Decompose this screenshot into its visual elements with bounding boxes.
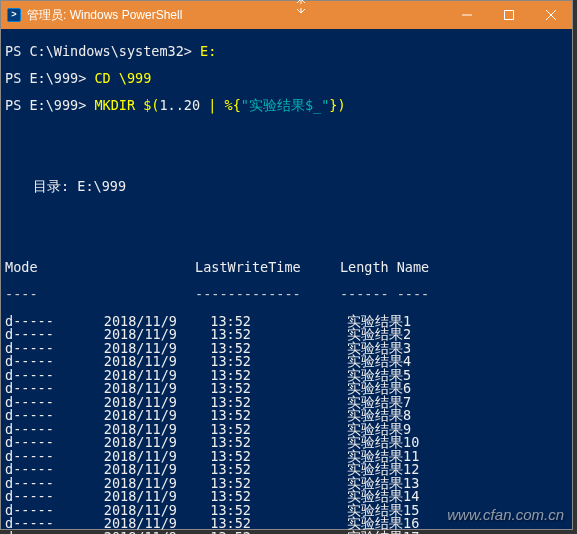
pipe: |	[208, 97, 224, 113]
expr-open: $(	[143, 97, 159, 113]
table-row: d-----2018/11/913:52实验结果4	[5, 355, 568, 369]
cell-length	[251, 477, 347, 491]
watermark: www.cfan.com.cn	[447, 506, 564, 523]
sep: ------	[301, 288, 397, 302]
string-arg: "实验结果$_"	[241, 97, 330, 113]
blank-line	[5, 153, 568, 167]
table-row: d-----2018/11/913:52实验结果12	[5, 463, 568, 477]
svg-rect-1	[505, 11, 514, 20]
command: E:	[192, 43, 216, 59]
titlebar[interactable]: > 管理员: Windows PowerShell	[1, 1, 572, 29]
table-row: d-----2018/11/913:52实验结果1	[5, 315, 568, 329]
cell-length	[251, 369, 347, 383]
prompt: PS C:\Windows\system32>	[5, 43, 192, 59]
command-arg: \999	[119, 70, 152, 86]
table-row: d-----2018/11/913:52实验结果2	[5, 328, 568, 342]
col-name-header: Name	[397, 261, 568, 275]
table-separator: ---------------------------	[5, 288, 568, 302]
cell-length	[251, 450, 347, 464]
table-row: d-----2018/11/913:52实验结果17	[5, 531, 568, 535]
blank-line	[5, 126, 568, 140]
table-row: d-----2018/11/913:52实验结果10	[5, 436, 568, 450]
foreach-open: %{	[225, 97, 241, 113]
cell-length	[251, 517, 347, 531]
mouse-cursor-icon	[294, 0, 308, 17]
prompt: PS E:\999>	[5, 70, 86, 86]
command: CD	[86, 70, 119, 86]
cell-length	[251, 382, 347, 396]
cell-length	[251, 504, 347, 518]
cell-mode: d-----	[5, 531, 90, 535]
table-row: d-----2018/11/913:52实验结果14	[5, 490, 568, 504]
table-row: d-----2018/11/913:52实验结果5	[5, 369, 568, 383]
cell-time: 13:52	[195, 531, 251, 535]
command-line-3: PS E:\999> MKDIR $(1..20 | %{"实验结果$_"})	[5, 99, 568, 113]
table-row: d-----2018/11/913:52实验结果11	[5, 450, 568, 464]
cell-length	[251, 436, 347, 450]
cell-length	[251, 409, 347, 423]
table-row: d-----2018/11/913:52实验结果3	[5, 342, 568, 356]
command-line-1: PS C:\Windows\system32> E:	[5, 45, 568, 59]
cell-length	[251, 342, 347, 356]
close-button[interactable]	[530, 1, 572, 29]
col-lastwrite-header: LastWriteTime	[115, 261, 301, 275]
powershell-window: > 管理员: Windows PowerShell PS C:\Windows\…	[0, 0, 573, 530]
range: 1..20	[159, 97, 208, 113]
expr-close: })	[329, 97, 345, 113]
table-row: d-----2018/11/913:52实验结果13	[5, 477, 568, 491]
cell-length	[251, 396, 347, 410]
sep: -------------	[115, 288, 301, 302]
table-row: d-----2018/11/913:52实验结果9	[5, 423, 568, 437]
cell-length	[251, 315, 347, 329]
table-header: ModeLastWriteTimeLengthName	[5, 261, 568, 275]
table-body: d-----2018/11/913:52实验结果1d-----2018/11/9…	[5, 315, 568, 535]
col-length-header: Length	[301, 261, 397, 275]
col-mode-header: Mode	[5, 261, 90, 275]
sep: ----	[5, 288, 90, 302]
blank-line	[5, 207, 568, 221]
window-controls	[446, 1, 572, 29]
table-row: d-----2018/11/913:52实验结果8	[5, 409, 568, 423]
command-line-2: PS E:\999> CD \999	[5, 72, 568, 86]
cell-length	[251, 531, 347, 535]
cell-length	[251, 355, 347, 369]
powershell-icon: >	[7, 8, 21, 22]
window-title: 管理员: Windows PowerShell	[27, 7, 182, 24]
cell-length	[251, 490, 347, 504]
directory-header: 目录: E:\999	[5, 180, 568, 194]
cell-length	[251, 328, 347, 342]
table-row: d-----2018/11/913:52实验结果6	[5, 382, 568, 396]
cell-length	[251, 463, 347, 477]
table-row: d-----2018/11/913:52实验结果7	[5, 396, 568, 410]
cell-length	[251, 423, 347, 437]
cell-name: 实验结果17	[347, 531, 568, 535]
terminal-content[interactable]: PS C:\Windows\system32> E: PS E:\999> CD…	[1, 29, 572, 534]
minimize-button[interactable]	[446, 1, 488, 29]
blank-line	[5, 234, 568, 248]
title-left: > 管理员: Windows PowerShell	[1, 7, 182, 24]
sep: ----	[397, 288, 568, 302]
prompt: PS E:\999>	[5, 97, 86, 113]
command: MKDIR	[86, 97, 143, 113]
maximize-button[interactable]	[488, 1, 530, 29]
cell-date: 2018/11/9	[90, 531, 195, 535]
